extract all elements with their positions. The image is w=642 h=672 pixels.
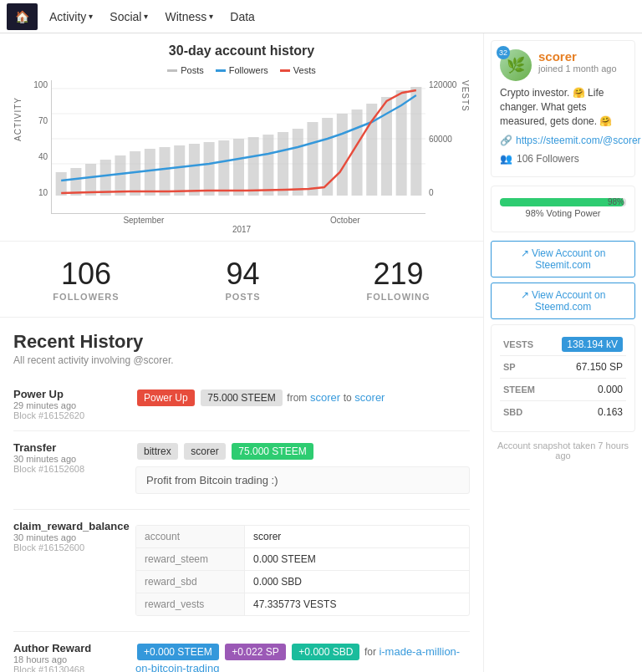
claim-key: reward_steem bbox=[136, 548, 245, 570]
followers-label: FOLLOWERS bbox=[53, 292, 119, 302]
following-label: FOLLOWING bbox=[366, 292, 430, 302]
vests-legend-color bbox=[280, 69, 290, 72]
claim-val: scorer bbox=[245, 526, 289, 547]
legend-vests-label: Vests bbox=[293, 65, 316, 75]
history-title: Recent History bbox=[13, 331, 470, 353]
legend-posts: Posts bbox=[167, 65, 204, 75]
author-reward-detail: +0.000 STEEM +0.022 SP +0.000 SBD for i-… bbox=[135, 642, 470, 672]
event-name: Power Up bbox=[13, 388, 122, 400]
list-item: claim_reward_balance 30 minutes ago Bloc… bbox=[13, 510, 470, 632]
power-up-amount: 75.000 STEEM bbox=[201, 389, 282, 406]
history-subtitle: All recent activity involving @scorer. bbox=[13, 354, 470, 366]
claim-key: reward_sbd bbox=[136, 571, 245, 593]
chevron-down-icon: ▾ bbox=[89, 12, 93, 21]
user-details: scorer joined 1 month ago bbox=[538, 49, 617, 74]
x-axis-labels: September October bbox=[13, 216, 470, 225]
event-block: Block #16152608 bbox=[13, 464, 122, 474]
followers-count: 106 bbox=[53, 257, 119, 292]
legend-followers-label: Followers bbox=[229, 65, 268, 75]
view-steemit-button[interactable]: ↗ View Account on Steemit.com bbox=[491, 241, 635, 277]
page-layout: 30-day account history Posts Followers V… bbox=[0, 33, 642, 672]
user-card: 32 🌿 scorer joined 1 month ago Crypto in… bbox=[491, 40, 635, 177]
username[interactable]: scorer bbox=[538, 49, 617, 64]
nav-activity[interactable]: Activity ▾ bbox=[41, 3, 101, 30]
table-row: reward_sbd 0.000 SBD bbox=[136, 571, 469, 593]
svg-rect-28 bbox=[410, 87, 421, 196]
event-time: 29 minutes ago bbox=[13, 400, 122, 410]
y-axis-right-label: VESTS bbox=[461, 80, 470, 214]
view-steemd-button[interactable]: ↗ View Account on Steemd.com bbox=[491, 283, 635, 319]
svg-rect-11 bbox=[160, 147, 171, 196]
list-item: Power Up 29 minutes ago Block #16152620 … bbox=[13, 378, 470, 431]
from-label: from bbox=[287, 392, 307, 404]
chart-title: 30-day account history bbox=[13, 43, 470, 59]
svg-rect-16 bbox=[233, 139, 244, 196]
table-row: SBD0.163 bbox=[500, 401, 626, 424]
joined-date: joined 1 month ago bbox=[538, 64, 617, 74]
stats-table-card: VESTS138.194 kVSP67.150 SPSTEEM0.000SBD0… bbox=[491, 324, 635, 432]
event-name: Transfer bbox=[13, 441, 122, 454]
svg-rect-15 bbox=[218, 140, 229, 196]
chart-container: ACTIVITY 100 70 40 10 bbox=[13, 80, 470, 214]
transfer-from-tag: bittrex bbox=[137, 443, 178, 460]
user-link: 🔗 https://steemit.com/@scorer bbox=[500, 135, 626, 146]
reputation-badge: 32 bbox=[497, 46, 510, 59]
vests-badge: 138.194 kV bbox=[562, 337, 623, 352]
svg-rect-23 bbox=[337, 114, 348, 196]
claim-val: 47.335773 VESTS bbox=[245, 593, 344, 615]
power-up-from[interactable]: scorer bbox=[310, 391, 340, 404]
stats-row: 106 FOLLOWERS 94 POSTS 219 FOLLOWING bbox=[0, 242, 483, 318]
followers-text: 106 Followers bbox=[517, 153, 579, 165]
chart-year: 2017 bbox=[13, 225, 470, 234]
posts-count: 94 bbox=[225, 257, 260, 292]
svg-rect-19 bbox=[278, 132, 288, 196]
claim-val: 0.000 SBD bbox=[245, 571, 310, 593]
voting-power-card: 98% 98% Voting Power bbox=[491, 186, 635, 232]
svg-rect-10 bbox=[145, 149, 155, 196]
legend-posts-label: Posts bbox=[181, 65, 204, 75]
claim-key: reward_vests bbox=[136, 593, 245, 615]
svg-rect-20 bbox=[293, 129, 303, 196]
stat-key: SBD bbox=[500, 401, 546, 424]
chart-svg-area bbox=[51, 80, 425, 214]
sidebar: 32 🌿 scorer joined 1 month ago Crypto in… bbox=[483, 33, 642, 672]
list-item: Author Reward 18 hours ago Block #161304… bbox=[13, 632, 470, 672]
voting-bar-fill bbox=[500, 198, 624, 206]
claim-detail: account scorer reward_steem 0.000 STEEM … bbox=[135, 520, 470, 621]
event-time: 30 minutes ago bbox=[13, 454, 122, 464]
claim-key: account bbox=[136, 526, 245, 547]
nav-social[interactable]: Social ▾ bbox=[101, 3, 156, 30]
home-button[interactable]: 🏠 bbox=[7, 3, 38, 30]
nav-witness[interactable]: Witness ▾ bbox=[156, 3, 222, 30]
svg-rect-5 bbox=[70, 168, 81, 196]
table-row: account scorer bbox=[136, 526, 469, 548]
event-time: 18 hours ago bbox=[13, 654, 122, 664]
stat-followers: 106 FOLLOWERS bbox=[53, 257, 119, 302]
y-axis-left: 100 70 40 10 bbox=[24, 80, 51, 214]
svg-rect-7 bbox=[100, 160, 111, 196]
table-row: STEEM0.000 bbox=[500, 379, 626, 401]
stat-key: VESTS bbox=[500, 333, 546, 356]
posts-label: POSTS bbox=[225, 292, 260, 302]
chevron-down-icon: ▾ bbox=[209, 12, 213, 21]
avatar-wrap: 32 🌿 bbox=[500, 49, 532, 81]
steemit-profile-link[interactable]: https://steemit.com/@scorer bbox=[516, 135, 641, 146]
power-up-to[interactable]: scorer bbox=[354, 391, 385, 404]
event-meta: Transfer 30 minutes ago Block #16152608 bbox=[13, 441, 122, 499]
legend-followers: Followers bbox=[216, 65, 268, 75]
navbar: 🏠 Activity ▾ Social ▾ Witness ▾ Data bbox=[0, 0, 642, 33]
author-sbd-tag: +0.000 SBD bbox=[292, 644, 359, 660]
stat-value: 138.194 kV bbox=[546, 333, 626, 356]
stat-key: SP bbox=[500, 356, 546, 379]
event-block: Block #16152600 bbox=[13, 542, 122, 552]
claim-val: 0.000 STEEM bbox=[245, 548, 324, 570]
followers-icon: 👥 bbox=[500, 153, 512, 165]
power-up-detail: Power Up 75.000 STEEM from scorer to sco… bbox=[135, 388, 470, 420]
author-sp-tag: +0.022 SP bbox=[225, 644, 285, 660]
transfer-memo: Profit from Bitcoin trading :) bbox=[135, 466, 470, 494]
transfer-amount-tag: 75.000 STEEM bbox=[232, 443, 313, 460]
stat-key: STEEM bbox=[500, 379, 546, 401]
nav-data[interactable]: Data bbox=[222, 3, 263, 30]
table-row: reward_steem 0.000 STEEM bbox=[136, 548, 469, 571]
svg-rect-8 bbox=[115, 155, 125, 196]
